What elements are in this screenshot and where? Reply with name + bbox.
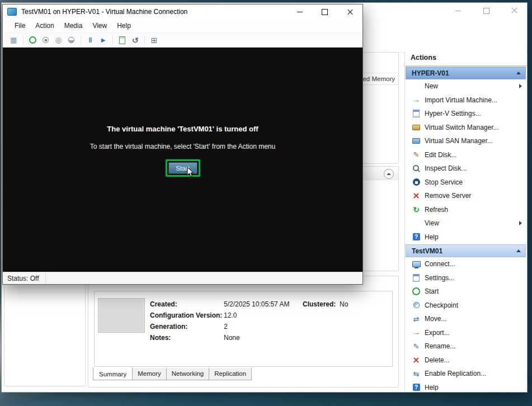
enhanced-session-button[interactable] [148,34,161,46]
chevron-up-icon [387,173,391,175]
action-virtual-switch-manager[interactable]: Virtual Switch Manager... [405,121,526,135]
edit-disk-icon [412,150,421,159]
tab-memory[interactable]: Memory [132,368,167,380]
vmconnect-app-icon [7,8,17,16]
detail-row: Created:5/2/2025 10:05:57 AMClustered:No [150,300,348,311]
checkpoint-button[interactable] [116,34,129,46]
action-label: Import Virtual Machine... [425,96,497,104]
inspect-disk-icon [412,164,421,173]
action-enable-replication[interactable]: Enable Replication... [405,367,526,381]
shut-down-button[interactable] [52,34,65,46]
action-help[interactable]: Help [405,381,526,391]
action-rename[interactable]: Rename... [405,339,526,353]
action-stop-service[interactable]: Stop Service [405,176,526,190]
manager-minimize-icon[interactable] [451,4,465,17]
actions-pane-title: Actions [405,52,526,66]
action-view[interactable]: View [405,216,526,230]
action-edit-disk[interactable]: Edit Disk... [405,148,526,162]
action-label: Remove Server [425,192,471,200]
detail-row: Generation:2 [150,323,348,334]
field-value: 12.0 [224,311,303,319]
action-virtual-san-manager[interactable]: Virtual SAN Manager... [405,134,526,148]
action-import-virtual-machine[interactable]: Import Virtual Machine... [405,93,526,107]
action-hyper-v-settings[interactable]: Hyper-V Settings... [405,107,526,121]
actions-section-hyper-v01[interactable]: HYPER-V01 [406,67,526,79]
action-delete[interactable]: Delete... [405,353,526,367]
ctrl-alt-del-button[interactable] [7,34,20,46]
section-title: TestVM01 [412,247,442,255]
vm-off-message: The virtual machine 'TestVM01' is turned… [3,48,362,133]
vm-connection-window: TestVM01 on HYPER-V01 - Virtual Machine … [2,4,363,285]
action-label: Virtual Switch Manager... [425,124,499,131]
action-move[interactable]: Move... [405,312,526,326]
actions-pane: Actions HYPER-V01NewImport Virtual Machi… [404,52,526,391]
manager-maximize-icon[interactable] [479,4,493,17]
section-title: HYPER-V01 [412,69,449,77]
collapse-chevron-icon [516,72,521,74]
switch-icon [412,123,421,132]
shut-down-icon [54,36,63,45]
action-start[interactable]: Start [405,285,526,299]
detail-row: Configuration Version:12.0 [150,311,348,323]
action-label: Stop Service [425,178,463,186]
tab-summary[interactable]: Summary [93,367,133,380]
revert-button[interactable] [129,34,142,46]
menu-view[interactable]: View [87,20,112,31]
collapse-chevron-icon [516,249,521,252]
action-help[interactable]: Help [405,230,526,244]
submenu-arrow-icon [519,84,522,88]
vm-thumbnail[interactable] [98,298,145,333]
action-label: Settings... [425,274,454,282]
delete-icon [412,356,421,365]
menu-action[interactable]: Action [30,20,59,31]
start-icon [29,36,37,45]
toolbar-separator [144,36,145,45]
menu-media[interactable]: Media [59,20,88,31]
maximize-icon[interactable] [312,4,337,19]
field-value: 5/2/2025 10:05:57 AM [224,300,303,308]
vmconnect-toolbar [3,32,362,48]
tab-replication[interactable]: Replication [209,368,252,380]
action-label: Virtual SAN Manager... [425,137,493,145]
rename-icon [412,342,421,351]
action-label: Start [425,287,439,295]
vmconnect-statusbar: Status: Off [3,272,362,284]
tab-networking[interactable]: Networking [166,368,210,380]
field-value: 2 [224,323,303,331]
menu-help[interactable]: Help [112,20,136,31]
menu-file[interactable]: File [10,20,30,31]
start-button[interactable] [26,34,39,46]
action-label: New [425,82,438,90]
action-new[interactable]: New [405,79,526,93]
help-icon [412,233,421,242]
action-refresh[interactable]: Refresh [405,203,526,217]
vmconnect-titlebar[interactable]: TestVM01 on HYPER-V01 - Virtual Machine … [3,4,362,19]
action-label: Delete... [425,356,450,364]
reset-button[interactable] [97,34,110,46]
action-inspect-disk[interactable]: Inspect Disk... [405,162,526,176]
action-connect[interactable]: Connect... [405,257,526,271]
desktop: Assigned Memory TestVM01 Created:5/2/202… [0,0,532,406]
collapse-pane-button[interactable] [384,169,394,179]
statusbar-divider [45,272,46,284]
action-label: Move... [425,315,446,323]
minimize-icon[interactable] [287,4,312,19]
close-icon[interactable] [337,4,362,19]
action-checkpoint[interactable]: Checkpoint [405,299,526,313]
action-settings[interactable]: Settings... [405,271,526,285]
start-button-area: Start [166,159,200,177]
field-value: None [224,334,303,342]
pause-button[interactable] [84,34,97,46]
actions-section-testvm01[interactable]: TestVM01 [406,244,526,257]
turn-off-button[interactable] [39,34,52,46]
action-export[interactable]: Export... [405,326,526,340]
action-remove-server[interactable]: Remove Server [405,189,526,203]
vm-console-screen[interactable]: The virtual machine 'TestVM01' is turned… [3,48,362,272]
action-label: Checkpoint [425,301,458,309]
replication-icon [412,369,421,378]
detail-row: Notes:None [150,334,348,345]
manager-close-icon[interactable] [507,4,521,17]
export-icon [412,328,421,337]
save-button[interactable] [65,34,78,46]
vmconnect-menubar: FileActionMediaViewHelp [3,19,362,32]
